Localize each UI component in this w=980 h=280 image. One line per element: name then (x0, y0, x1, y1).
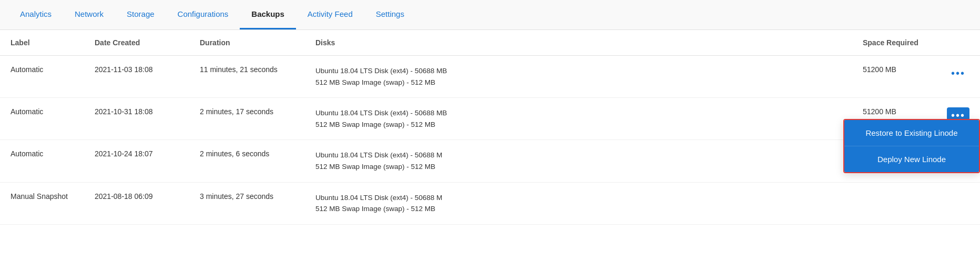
row-label: Automatic (0, 140, 84, 182)
tab-settings[interactable]: Settings (364, 0, 416, 29)
tab-backups[interactable]: Backups (240, 0, 296, 29)
row-duration: 2 minutes, 6 seconds (189, 140, 305, 182)
row-date-created: 2021-11-03 18:08 (84, 56, 189, 98)
row-date-created: 2021-10-31 18:08 (84, 98, 189, 140)
row-space-required (852, 182, 936, 224)
table-row: Automatic 2021-10-31 18:08 2 minutes, 17… (0, 98, 980, 140)
tab-network[interactable]: Network (63, 0, 115, 29)
row-label: Automatic (0, 56, 84, 98)
nav-tabs: Analytics Network Storage Configurations… (0, 0, 980, 30)
tab-activity-feed[interactable]: Activity Feed (296, 0, 364, 29)
deploy-new-linode-option[interactable]: Deploy New Linode (844, 146, 979, 172)
table-row: Automatic 2021-10-24 18:07 2 minutes, 6 … (0, 140, 980, 182)
row-disks: Ubuntu 18.04 LTS Disk (ext4) - 50688 MB … (305, 56, 852, 98)
col-header-duration: Duration (189, 30, 305, 56)
table-row: Automatic 2021-11-03 18:08 11 minutes, 2… (0, 56, 980, 98)
col-header-disks: Disks (305, 30, 852, 56)
row-label: Automatic (0, 98, 84, 140)
row-duration: 11 minutes, 21 seconds (189, 56, 305, 98)
row-label: Manual Snapshot (0, 182, 84, 224)
col-header-label: Label (0, 30, 84, 56)
tab-storage[interactable]: Storage (115, 0, 166, 29)
tab-configurations[interactable]: Configurations (166, 0, 240, 29)
tab-analytics[interactable]: Analytics (8, 0, 63, 29)
row-disks: Ubuntu 18.04 LTS Disk (ext4) - 50688 MB … (305, 98, 852, 140)
row-action-cell: ••• (936, 56, 980, 98)
row-space-required: 51200 MB (852, 56, 936, 98)
table-row: Manual Snapshot 2021-08-18 06:09 3 minut… (0, 182, 980, 224)
row-disks: Ubuntu 18.04 LTS Disk (ext4) - 50688 M 5… (305, 182, 852, 224)
backups-table: Label Date Created Duration Disks Space … (0, 30, 980, 225)
restore-existing-linode-option[interactable]: Restore to Existing Linode (844, 120, 979, 146)
row-date-created: 2021-10-24 18:07 (84, 140, 189, 182)
col-header-action (936, 30, 980, 56)
row-action-cell (936, 182, 980, 224)
col-header-space-required: Space Required (852, 30, 936, 56)
col-header-date-created: Date Created (84, 30, 189, 56)
row-date-created: 2021-08-18 06:09 (84, 182, 189, 224)
backups-table-container: Label Date Created Duration Disks Space … (0, 30, 980, 225)
row-action-button[interactable]: ••• (947, 65, 969, 82)
row-duration: 3 minutes, 27 seconds (189, 182, 305, 224)
action-dropdown: Restore to Existing Linode Deploy New Li… (843, 119, 980, 173)
row-disks: Ubuntu 18.04 LTS Disk (ext4) - 50688 M 5… (305, 140, 852, 182)
row-action-cell: ••• Restore to Existing Linode Deploy Ne… (936, 98, 980, 140)
row-duration: 2 minutes, 17 seconds (189, 98, 305, 140)
